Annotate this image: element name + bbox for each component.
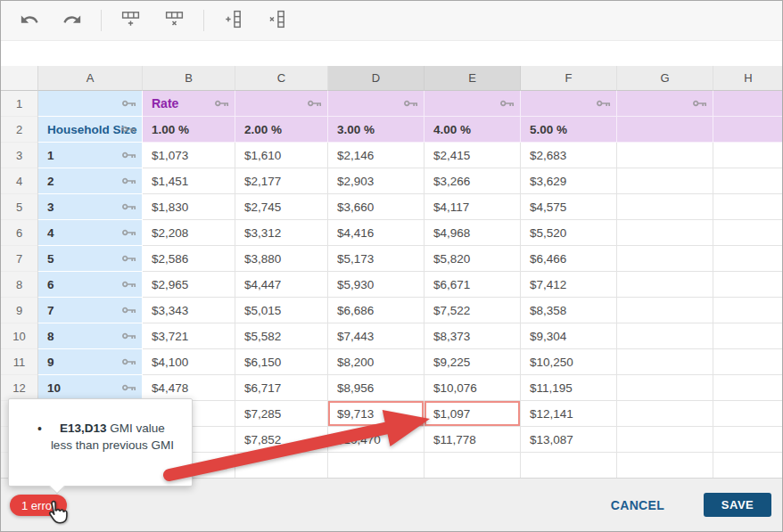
cell-D11[interactable]: $8,200: [328, 349, 424, 375]
cell-D8[interactable]: $5,930: [328, 272, 424, 298]
column-header-H[interactable]: H: [713, 66, 783, 91]
column-header-C[interactable]: C: [235, 66, 328, 91]
cell-C1[interactable]: [235, 91, 328, 117]
cell-H15[interactable]: [713, 453, 783, 479]
cell-G7[interactable]: [617, 246, 713, 272]
cell-A8[interactable]: 6: [38, 272, 143, 298]
cell-D7[interactable]: $5,173: [328, 246, 424, 272]
cell-G13[interactable]: [617, 401, 713, 427]
redo-button[interactable]: [57, 6, 87, 36]
cell-A1[interactable]: [38, 91, 143, 117]
cell-G4[interactable]: [617, 168, 713, 194]
row-header-10[interactable]: 10: [1, 323, 38, 349]
row-header-2[interactable]: 2: [1, 117, 38, 143]
row-header-6[interactable]: 6: [1, 220, 38, 246]
cell-H9[interactable]: [713, 298, 783, 323]
cell-G11[interactable]: [617, 349, 713, 375]
cell-A7[interactable]: 5: [38, 246, 143, 272]
cell-C6[interactable]: $3,312: [235, 220, 328, 246]
cell-C5[interactable]: $2,745: [235, 194, 328, 220]
cell-H1[interactable]: [713, 91, 783, 117]
error-count-badge[interactable]: 1 error: [10, 495, 67, 516]
cell-E9[interactable]: $7,522: [424, 298, 521, 323]
cell-C12[interactable]: $6,717: [235, 375, 328, 401]
row-header-8[interactable]: 8: [1, 272, 38, 298]
cell-C10[interactable]: $5,582: [235, 323, 328, 349]
cell-B9[interactable]: $3,343: [143, 298, 235, 323]
cell-A11[interactable]: 9: [38, 349, 143, 375]
cell-B2[interactable]: 1.00 %: [143, 117, 235, 143]
save-button[interactable]: SAVE: [704, 493, 771, 517]
cell-H14[interactable]: [713, 427, 783, 453]
cell-E13[interactable]: $1,097: [424, 401, 521, 427]
row-header-9[interactable]: 9: [1, 298, 38, 323]
cell-H4[interactable]: [713, 168, 783, 194]
cell-C3[interactable]: $1,610: [235, 143, 328, 168]
insert-row-button[interactable]: [115, 5, 146, 36]
cell-B11[interactable]: $4,100: [143, 349, 235, 375]
cell-D10[interactable]: $7,443: [328, 323, 424, 349]
cell-G14[interactable]: [617, 427, 713, 453]
cell-C13[interactable]: $7,285: [235, 401, 328, 427]
cell-F12[interactable]: $11,195: [521, 375, 617, 401]
cell-E3[interactable]: $2,415: [424, 143, 521, 168]
column-header-G[interactable]: G: [617, 66, 713, 91]
cell-F7[interactable]: $6,466: [521, 246, 617, 272]
cell-G15[interactable]: [617, 453, 713, 479]
cell-E14[interactable]: $11,778: [424, 427, 521, 453]
cell-D9[interactable]: $6,686: [328, 298, 424, 323]
cell-D1[interactable]: [328, 91, 424, 117]
cell-A6[interactable]: 4: [38, 220, 143, 246]
column-header-E[interactable]: E: [424, 66, 521, 91]
cell-G2[interactable]: [617, 117, 713, 143]
row-header-1[interactable]: 1: [1, 91, 38, 117]
delete-row-button[interactable]: [159, 5, 190, 36]
cell-E15[interactable]: [424, 453, 521, 479]
cell-C9[interactable]: $5,015: [235, 298, 328, 323]
column-header-B[interactable]: B: [143, 66, 235, 91]
cell-H7[interactable]: [713, 246, 783, 272]
cell-H2[interactable]: [713, 117, 783, 143]
row-header-3[interactable]: 3: [1, 143, 38, 168]
cell-E1[interactable]: [424, 91, 521, 117]
cell-F1[interactable]: [521, 91, 617, 117]
cell-B4[interactable]: $1,451: [143, 168, 235, 194]
cell-F10[interactable]: $9,304: [521, 323, 617, 349]
cell-F3[interactable]: $2,683: [521, 143, 617, 168]
cell-F6[interactable]: $5,520: [521, 220, 617, 246]
cell-B8[interactable]: $2,965: [143, 272, 235, 298]
cell-H8[interactable]: [713, 272, 783, 298]
cell-A10[interactable]: 8: [38, 323, 143, 349]
cell-B6[interactable]: $2,208: [143, 220, 235, 246]
cell-C15[interactable]: [235, 453, 328, 479]
cell-A9[interactable]: 7: [38, 298, 143, 323]
cell-H13[interactable]: [713, 401, 783, 427]
delete-column-button[interactable]: [261, 5, 293, 36]
cell-G10[interactable]: [617, 323, 713, 349]
cell-D15[interactable]: [328, 453, 424, 479]
cell-G12[interactable]: [617, 375, 713, 401]
column-header-F[interactable]: F: [521, 66, 617, 91]
cell-E8[interactable]: $6,671: [424, 272, 521, 298]
cell-H5[interactable]: [713, 194, 783, 220]
cell-E7[interactable]: $5,820: [424, 246, 521, 272]
cell-C14[interactable]: $7,852: [235, 427, 328, 453]
cell-H6[interactable]: [713, 220, 783, 246]
cell-B3[interactable]: $1,073: [143, 143, 235, 168]
cell-D12[interactable]: $8,956: [328, 375, 424, 401]
insert-column-button[interactable]: [218, 5, 249, 36]
cell-D2[interactable]: 3.00 %: [328, 117, 424, 143]
cell-H10[interactable]: [713, 323, 783, 349]
row-header-4[interactable]: 4: [1, 168, 38, 194]
cell-B5[interactable]: $1,830: [143, 194, 235, 220]
cell-C8[interactable]: $4,447: [235, 272, 328, 298]
cell-F14[interactable]: $13,087: [521, 427, 617, 453]
cell-E12[interactable]: $10,076: [424, 375, 521, 401]
cell-F15[interactable]: [521, 453, 617, 479]
cell-F4[interactable]: $3,629: [521, 168, 617, 194]
cell-E11[interactable]: $9,225: [424, 349, 521, 375]
cell-D3[interactable]: $2,146: [328, 143, 424, 168]
cell-F9[interactable]: $8,358: [521, 298, 617, 323]
cell-F8[interactable]: $7,412: [521, 272, 617, 298]
cell-C4[interactable]: $2,177: [235, 168, 328, 194]
